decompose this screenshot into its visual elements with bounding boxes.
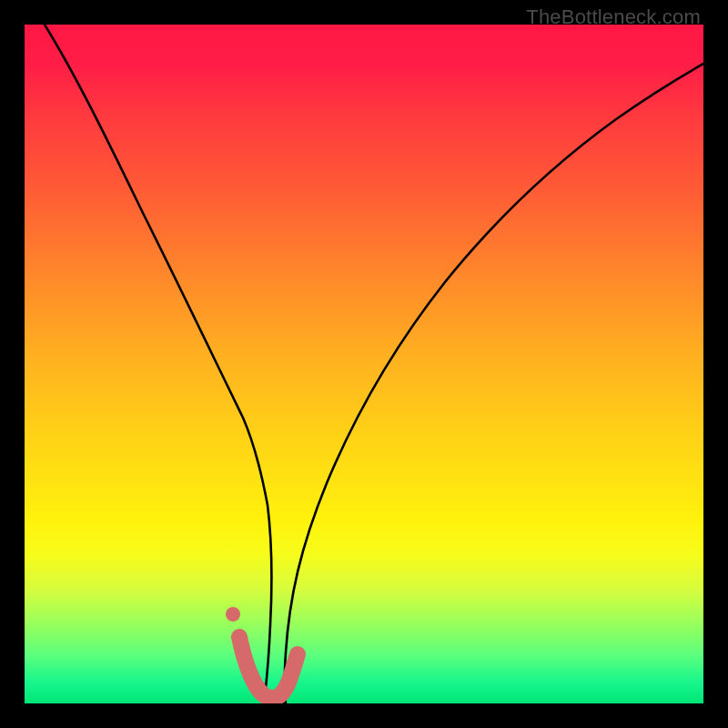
watermark-text: TheBottleneck.com xyxy=(526,5,701,29)
bottleneck-curve-path xyxy=(45,25,703,703)
highlight-dot-icon xyxy=(226,607,240,622)
chart-frame xyxy=(25,25,703,703)
bottleneck-chart xyxy=(25,25,703,703)
